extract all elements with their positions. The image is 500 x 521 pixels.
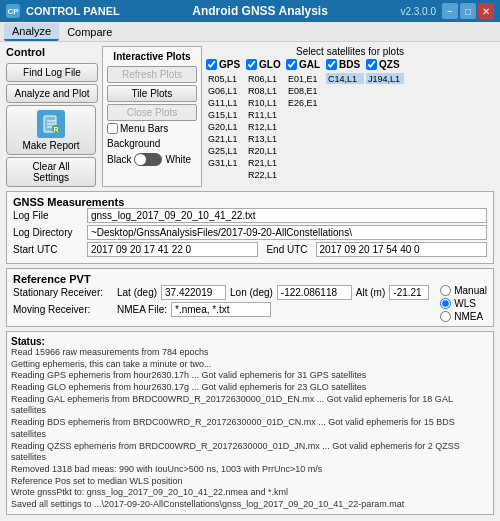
gps-checkbox[interactable] <box>206 59 217 70</box>
refresh-plots-button[interactable]: Refresh Plots <box>107 66 197 83</box>
close-button[interactable]: ✕ <box>478 3 494 19</box>
menu-compare[interactable]: Compare <box>59 24 120 40</box>
nmea-radio-label[interactable]: NMEA <box>440 311 487 322</box>
gps-cell-0: R05,L1 <box>206 73 244 84</box>
wls-radio-label[interactable]: WLS <box>440 298 487 309</box>
app-icon: CP <box>6 4 20 18</box>
status-line-9: Wrote gnssPtkt to: gnss_log_2017_09_20_1… <box>11 487 489 499</box>
glo-cell-0: R06,L1 <box>246 73 284 84</box>
reference-pvt-section: Reference PVT Stationary Receiver: Lat (… <box>6 268 494 327</box>
status-section: Status: Read 15966 raw measurements from… <box>6 331 494 515</box>
background-label: Background <box>107 138 197 149</box>
alt-input[interactable] <box>389 285 429 300</box>
log-file-input[interactable] <box>87 208 487 223</box>
log-file-label: Log File <box>13 210 83 221</box>
lat-label: Lat (deg) <box>117 287 157 298</box>
close-plots-button[interactable]: Close Plots <box>107 104 197 121</box>
manual-radio-label[interactable]: Manual <box>440 285 487 296</box>
gps-cell-2: G11,L1 <box>206 97 244 108</box>
lon-input[interactable] <box>277 285 352 300</box>
stationary-label: Stationary Receiver: <box>13 287 113 298</box>
gal-cell-0: E01,E1 <box>286 73 324 84</box>
background-toggle[interactable]: Black White <box>107 153 197 166</box>
status-line-2: Reading GPS ephemeris from hour2630.17h … <box>11 370 489 382</box>
pvt-section-label: Reference PVT <box>13 273 91 285</box>
glo-cell-1: R08,L1 <box>246 85 284 96</box>
menu-bars-checkbox-label[interactable]: Menu Bars <box>107 123 197 134</box>
status-line-0: Read 15966 raw measurements from 784 epo… <box>11 347 489 359</box>
glo-cell-4: R12,L1 <box>246 121 284 132</box>
status-line-3: Reading GLO ephemeris from hour2630.17g … <box>11 382 489 394</box>
app-title: CONTROL PANEL <box>26 5 120 17</box>
gal-cell-2: E26,E1 <box>286 97 324 108</box>
bds-checkbox[interactable] <box>326 59 337 70</box>
nmea-radio[interactable] <box>440 311 451 322</box>
control-label: Control <box>6 46 98 58</box>
bds-column: BDS C14,L1 <box>326 59 364 180</box>
glo-column: GLO R06,L1 R08,L1 R10,L1 R11,L1 R12,L1 R… <box>246 59 284 180</box>
version-label: v2.3.0.0 <box>400 6 436 17</box>
satellite-section: Select satellites for plots GPS R05,L1 G… <box>206 46 494 187</box>
alt-label: Alt (m) <box>356 287 385 298</box>
bds-cell-0: C14,L1 <box>326 73 364 84</box>
menu-analyze[interactable]: Analyze <box>4 23 59 41</box>
qzs-column: QZS J194,L1 <box>366 59 404 180</box>
qzs-cell-0: J194,L1 <box>366 73 404 84</box>
interactive-plots-panel: Interactive Plots Refresh Plots Tile Plo… <box>102 46 202 187</box>
gal-checkbox[interactable] <box>286 59 297 70</box>
glo-cell-3: R11,L1 <box>246 109 284 120</box>
glo-label: GLO <box>259 59 281 70</box>
gps-cell-4: G20,L1 <box>206 121 244 132</box>
analyze-plot-button[interactable]: Analyze and Plot <box>6 84 98 103</box>
satellite-header-label: Select satellites for plots <box>206 46 494 57</box>
gal-label: GAL <box>299 59 320 70</box>
gal-column: GAL E01,E1 E08,E1 E26,E1 <box>286 59 324 180</box>
qzs-checkbox[interactable] <box>366 59 377 70</box>
end-utc-input[interactable] <box>316 242 487 257</box>
gal-cell-1: E08,E1 <box>286 85 324 96</box>
satellite-table: GPS R05,L1 G06,L1 G11,L1 G15,L1 G20,L1 G… <box>206 59 494 180</box>
bds-label: BDS <box>339 59 360 70</box>
glo-checkbox[interactable] <box>246 59 257 70</box>
gps-cell-1: G06,L1 <box>206 85 244 96</box>
status-line-7: Removed 1318 bad meas: 990 with IouUnc>5… <box>11 464 489 476</box>
log-file-row: Log File <box>13 208 487 223</box>
maximize-button[interactable]: □ <box>460 3 476 19</box>
gnss-measurements-section: GNSS Measurements Log File Log Directory… <box>6 191 494 264</box>
status-line-4: Reading GAL ephemeris from BRDC00WRD_R_2… <box>11 394 489 417</box>
start-utc-label: Start UTC <box>13 244 83 255</box>
nmea-label: NMEA File: <box>117 304 167 315</box>
nmea-input[interactable] <box>171 302 271 317</box>
find-log-button[interactable]: Find Log File <box>6 63 98 82</box>
gps-cell-6: G25,L1 <box>206 145 244 156</box>
glo-cell-2: R10,L1 <box>246 97 284 108</box>
status-line-8: Reference Pos set to median WLS position <box>11 476 489 488</box>
glo-cell-8: R22,L1 <box>246 169 284 180</box>
manual-radio[interactable] <box>440 285 451 296</box>
status-line-1: Getting ephemeris, this can take a minut… <box>11 359 489 371</box>
lat-input[interactable] <box>161 285 226 300</box>
utc-row: Start UTC End UTC <box>13 242 487 257</box>
report-icon: R <box>37 110 65 138</box>
minimize-button[interactable]: − <box>442 3 458 19</box>
glo-cell-6: R20,L1 <box>246 145 284 156</box>
glo-cell-7: R21,L1 <box>246 157 284 168</box>
pvt-radio-group: Manual WLS NMEA <box>440 285 487 322</box>
clear-all-button[interactable]: Clear All Settings <box>6 157 96 187</box>
gps-cell-7: G31,L1 <box>206 157 244 168</box>
gnss-section-label: GNSS Measurements <box>13 196 124 208</box>
tile-plots-button[interactable]: Tile Plots <box>107 85 197 102</box>
start-utc-input[interactable] <box>87 242 258 257</box>
gps-column: GPS R05,L1 G06,L1 G11,L1 G15,L1 G20,L1 G… <box>206 59 244 180</box>
wls-radio[interactable] <box>440 298 451 309</box>
menu-bars-checkbox[interactable] <box>107 123 118 134</box>
make-report-button[interactable]: R Make Report <box>6 105 96 155</box>
window-title: Android GNSS Analysis <box>192 4 328 18</box>
gps-cell-5: G21,L1 <box>206 133 244 144</box>
moving-row: Moving Receiver: NMEA File: <box>13 302 436 317</box>
status-line-6: Reading QZSS ephemeris from BRDC00WRD_R_… <box>11 441 489 464</box>
gps-cell-3: G15,L1 <box>206 109 244 120</box>
interactive-plots-label: Interactive Plots <box>107 51 197 62</box>
log-dir-row: Log Directory <box>13 225 487 240</box>
log-dir-input[interactable] <box>87 225 487 240</box>
